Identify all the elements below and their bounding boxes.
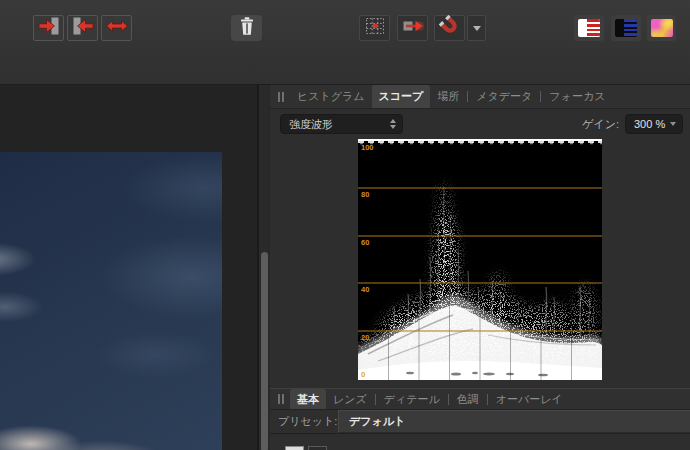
tab-basic[interactable]: 基本	[290, 389, 326, 409]
gain-select[interactable]: 300 %	[625, 114, 683, 134]
false-color-icon	[651, 19, 673, 37]
tab-separator	[375, 394, 376, 405]
top-toolbar	[0, 0, 690, 85]
stepper-icon	[390, 119, 396, 129]
expand-horizontal-button[interactable]	[101, 15, 132, 41]
waveform-scope: 100 80 60 40 20 0	[358, 139, 602, 380]
gain-label: ゲイン:	[582, 117, 619, 132]
eyedropper-well[interactable]	[308, 446, 327, 450]
tab-histogram[interactable]: ヒストグラム	[290, 85, 372, 108]
tab-focus[interactable]: フォーカス	[542, 85, 612, 108]
waveform-mode-value: 強度波形	[289, 117, 390, 132]
tab-separator	[487, 394, 488, 405]
snap-arrow-button[interactable]	[397, 15, 428, 41]
white-balance-swatch[interactable]	[285, 446, 304, 450]
false-color-button[interactable]	[647, 15, 676, 41]
shadow-clipping-button[interactable]	[611, 15, 641, 41]
scope-panel-tabbar: ヒストグラム スコープ 場所 メタデータ フォーカス	[270, 85, 690, 109]
grid-overlay-icon	[365, 16, 385, 40]
preset-select[interactable]: デフォルト	[338, 410, 690, 433]
magnet-icon	[439, 15, 461, 41]
tab-separator	[540, 91, 541, 102]
svg-text:100: 100	[361, 143, 374, 152]
dropdown-arrow-icon	[473, 26, 481, 31]
photo-canvas[interactable]	[0, 152, 222, 450]
grid-overlay-button[interactable]	[359, 15, 390, 41]
tab-metadata[interactable]: メタデータ	[469, 85, 539, 108]
preset-label: プリセット:	[278, 410, 337, 433]
tab-tone[interactable]: 色調	[450, 389, 486, 409]
preset-value: デフォルト	[349, 414, 405, 429]
panel-scrollbar-track[interactable]	[259, 85, 270, 450]
tab-separator	[467, 91, 468, 102]
trash-icon	[240, 17, 254, 39]
preset-row: プリセット: デフォルト	[270, 410, 690, 434]
slide-in-right-icon	[37, 17, 61, 39]
tab-separator	[448, 394, 449, 405]
waveform-mode-select[interactable]: 強度波形	[280, 114, 403, 134]
svg-text:20: 20	[361, 333, 369, 342]
expand-horizontal-icon	[105, 17, 129, 39]
svg-text:60: 60	[361, 238, 369, 247]
chevron-down-icon	[670, 122, 676, 126]
scope-controls: 強度波形 ゲイン: 300 %	[270, 109, 690, 139]
snap-arrow-icon	[402, 17, 424, 39]
gain-value: 300 %	[634, 118, 665, 130]
right-panel: ヒストグラム スコープ 場所 メタデータ フォーカス 強度波形 ゲイン: 300…	[270, 85, 690, 450]
tab-location[interactable]: 場所	[430, 85, 466, 108]
svg-text:80: 80	[361, 190, 369, 199]
panel-scrollbar-thumb[interactable]	[261, 252, 268, 450]
shadow-clipping-icon	[615, 19, 637, 37]
highlight-clipping-icon	[578, 19, 600, 37]
magnet-snap-button[interactable]	[434, 15, 465, 41]
delete-button[interactable]	[231, 15, 262, 41]
slide-in-left-button[interactable]	[67, 15, 98, 41]
svg-text:40: 40	[361, 285, 369, 294]
adjust-panel-tabbar: 基本 レンズ ディテール 色調 オーバーレイ	[270, 388, 690, 410]
tab-detail[interactable]: ディテール	[377, 389, 447, 409]
tab-overlay[interactable]: オーバーレイ	[489, 389, 570, 409]
svg-text:0: 0	[361, 370, 365, 379]
panel-drag-grip-icon[interactable]	[278, 85, 284, 108]
tab-scope[interactable]: スコープ	[372, 85, 431, 108]
snap-options-dropdown-button[interactable]	[467, 15, 486, 41]
slide-in-right-button[interactable]	[33, 15, 64, 41]
slide-in-left-icon	[71, 17, 95, 39]
waveform-display: 100 80 60 40 20 0	[358, 139, 602, 380]
image-viewer	[0, 85, 257, 450]
tab-lens[interactable]: レンズ	[326, 389, 374, 409]
highlight-clipping-button[interactable]	[574, 15, 604, 41]
panel-drag-grip-icon[interactable]	[278, 389, 284, 409]
